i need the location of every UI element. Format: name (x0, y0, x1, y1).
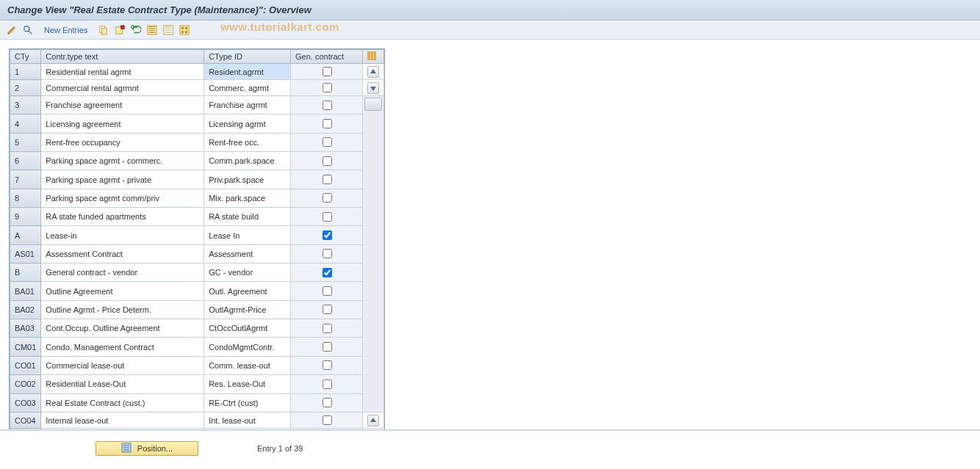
cell-contract-text[interactable]: Licensing agreement (41, 114, 204, 133)
row-header-cty[interactable]: A (10, 226, 41, 244)
table-row[interactable]: CM01Condo. Management ContractCondoMgmtC… (10, 338, 384, 356)
row-header-cty[interactable]: CM01 (10, 338, 41, 356)
cell-gen-contract[interactable] (291, 64, 363, 80)
gen-contract-checkbox[interactable] (323, 398, 332, 407)
table-row[interactable]: BA03Cont.Occup. Outline AgreementCtOccOu… (10, 319, 384, 338)
position-button[interactable]: Position... (96, 441, 198, 456)
cell-contract-text[interactable]: Residential rental agrmt (41, 64, 204, 80)
gen-contract-checkbox[interactable] (323, 249, 332, 258)
cell-gen-contract[interactable] (291, 375, 363, 393)
toggle-display-change-icon[interactable] (4, 23, 19, 37)
gen-contract-checkbox[interactable] (323, 67, 332, 76)
configure-columns-icon[interactable] (362, 50, 383, 64)
cell-ctype-id[interactable]: RE-Ctrt (cust) (204, 393, 291, 412)
row-header-cty[interactable]: 6 (10, 152, 41, 170)
cell-gen-contract[interactable] (291, 412, 363, 429)
cell-contract-text[interactable]: Lease-in (41, 226, 204, 244)
cell-gen-contract[interactable] (291, 152, 363, 170)
col-header-id[interactable]: CType ID (204, 50, 291, 64)
cell-ctype-id[interactable]: Outl. Agreement (204, 282, 291, 300)
cell-contract-text[interactable]: Parking space agrmt comm/priv (41, 189, 204, 207)
gen-contract-checkbox[interactable] (323, 342, 332, 352)
row-header-cty[interactable]: 3 (10, 96, 41, 114)
cell-gen-contract[interactable] (291, 114, 363, 133)
gen-contract-checkbox[interactable] (323, 305, 332, 314)
gen-contract-checkbox[interactable] (323, 360, 332, 370)
cell-contract-text[interactable]: Parking space agrmt - private (41, 170, 204, 189)
deselect-all-icon[interactable] (161, 23, 176, 37)
gen-contract-checkbox[interactable] (323, 193, 332, 203)
row-header-cty[interactable]: CO01 (10, 356, 41, 374)
cell-contract-text[interactable]: Commercial lease-out (41, 356, 204, 374)
gen-contract-checkbox[interactable] (323, 415, 332, 425)
cell-contract-text[interactable]: Commercial rental agrmnt (41, 80, 204, 96)
scroll-up-icon[interactable] (362, 64, 383, 80)
table-row[interactable]: CO01Commercial lease-outComm. lease-out (10, 356, 384, 374)
cell-ctype-id[interactable]: OutlAgrmt-Price (204, 300, 291, 319)
table-row[interactable]: 2Commercial rental agrmntCommerc. agrmt (10, 80, 384, 96)
col-header-cty[interactable]: CTy (10, 50, 41, 64)
gen-contract-checkbox[interactable] (323, 119, 332, 128)
cell-gen-contract[interactable] (291, 282, 363, 300)
cell-gen-contract[interactable] (291, 338, 363, 356)
gen-contract-checkbox[interactable] (323, 268, 332, 277)
cell-contract-text[interactable]: Franchise agreement (41, 96, 204, 114)
table-row[interactable]: 3Franchise agreementFranchise agrmt (10, 96, 384, 114)
cell-ctype-id[interactable]: Licensing agrmt (204, 114, 291, 133)
cell-ctype-id[interactable]: Res. Lease-Out (204, 375, 291, 393)
gen-contract-checkbox[interactable] (323, 379, 332, 389)
cell-ctype-id[interactable]: Int. lease-out (204, 412, 291, 429)
table-row[interactable]: CO03Real Estate Contract (cust.)RE-Ctrt … (10, 393, 384, 412)
scrollbar-thumb[interactable] (364, 98, 382, 111)
cell-gen-contract[interactable] (291, 263, 363, 282)
cell-contract-text[interactable]: Internal lease-out (41, 412, 204, 429)
cell-ctype-id[interactable]: Lease In (204, 226, 291, 244)
row-header-cty[interactable]: 2 (10, 80, 41, 96)
table-row[interactable]: CO04Internal lease-outInt. lease-out (10, 412, 384, 429)
contract-type-table[interactable]: CTy Contr.type text CType ID Gen. contra… (10, 49, 384, 459)
row-header-cty[interactable]: 9 (10, 208, 41, 226)
gen-contract-checkbox[interactable] (323, 212, 332, 222)
cell-ctype-id[interactable]: Assessment (204, 244, 291, 263)
row-header-cty[interactable]: CO04 (10, 412, 41, 429)
table-row[interactable]: CO02Residential Lease-OutRes. Lease-Out (10, 375, 384, 393)
cell-contract-text[interactable]: Outline Agreement (41, 282, 204, 300)
cell-ctype-id[interactable]: Franchise agrmt (204, 96, 291, 114)
gen-contract-checkbox[interactable] (323, 286, 332, 296)
cell-contract-text[interactable]: Residential Lease-Out (41, 375, 204, 393)
row-header-cty[interactable]: 7 (10, 170, 41, 189)
row-header-cty[interactable]: 1 (10, 64, 41, 80)
gen-contract-checkbox[interactable] (323, 175, 332, 184)
row-header-cty[interactable]: BA01 (10, 282, 41, 300)
find-icon[interactable] (21, 23, 35, 37)
table-row[interactable]: 6Parking space agrmt - commerc.Comm.park… (10, 152, 384, 170)
gen-contract-checkbox[interactable] (323, 156, 332, 166)
cell-ctype-id[interactable]: Commerc. agrmt (204, 80, 291, 96)
cell-gen-contract[interactable] (291, 300, 363, 319)
table-row[interactable]: BA02Outline Agrmt - Price Determ.OutlAgr… (10, 300, 384, 319)
delete-icon[interactable] (112, 23, 127, 37)
table-row[interactable]: 4Licensing agreementLicensing agrmt (10, 114, 384, 133)
row-header-cty[interactable]: BA02 (10, 300, 41, 319)
row-header-cty[interactable]: 4 (10, 114, 41, 133)
cell-ctype-id[interactable]: GC - vendor (204, 263, 291, 282)
col-header-gen[interactable]: Gen. contract (291, 50, 363, 64)
table-row[interactable]: 8Parking space agrmt comm/privMix. park.… (10, 189, 384, 207)
cell-gen-contract[interactable] (291, 226, 363, 244)
cell-contract-text[interactable]: Parking space agrmt - commerc. (41, 152, 204, 170)
cell-gen-contract[interactable] (291, 170, 363, 189)
table-row[interactable]: BA01Outline AgreementOutl. Agreement (10, 282, 384, 300)
table-row[interactable]: BGeneral contract - vendorGC - vendor (10, 263, 384, 282)
gen-contract-checkbox[interactable] (323, 230, 332, 240)
cell-contract-text[interactable]: Outline Agrmt - Price Determ. (41, 300, 204, 319)
cell-ctype-id[interactable]: Comm. lease-out (204, 356, 291, 374)
cell-contract-text[interactable]: Assessment Contract (41, 244, 204, 263)
table-row[interactable]: ALease-inLease In (10, 226, 384, 244)
cell-ctype-id[interactable]: RA state build (204, 208, 291, 226)
cell-gen-contract[interactable] (291, 189, 363, 207)
cell-ctype-id[interactable]: Rent-free occ. (204, 133, 291, 151)
gen-contract-checkbox[interactable] (323, 83, 332, 92)
table-row[interactable]: 5Rent-free occupancyRent-free occ. (10, 133, 384, 151)
col-header-text[interactable]: Contr.type text (41, 50, 204, 64)
gen-contract-checkbox[interactable] (323, 137, 332, 147)
